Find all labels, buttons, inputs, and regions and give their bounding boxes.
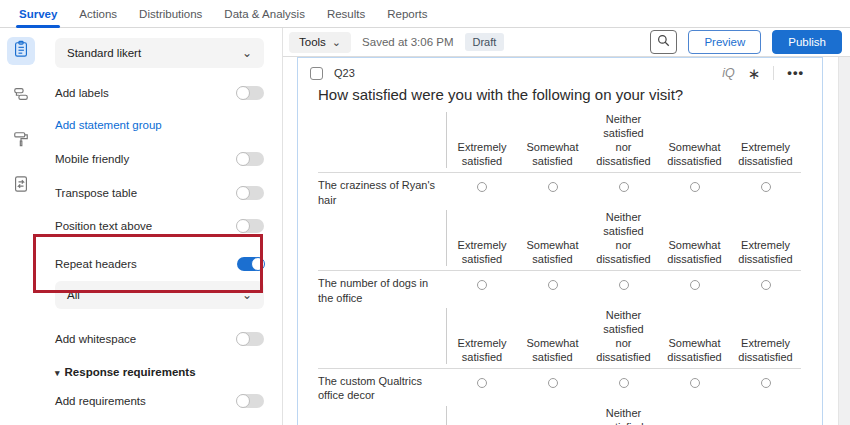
mobile-friendly-label: Mobile friendly xyxy=(55,153,129,165)
nav-tab-reports[interactable]: Reports xyxy=(376,0,438,28)
question-text[interactable]: How satisfied were you with the followin… xyxy=(318,86,810,103)
collapse-triangle-icon: ▾ xyxy=(55,368,60,378)
divider xyxy=(773,66,774,80)
survey-options-button[interactable] xyxy=(7,172,35,200)
scale-label: Somewhat satisfied xyxy=(517,238,588,266)
scale-label: Somewhat dissatisfied xyxy=(659,336,730,364)
radio-option[interactable] xyxy=(548,280,558,290)
repeat-headers-label: Repeat headers xyxy=(55,258,137,270)
scale-label: Neither satisfied nor dissatisfied xyxy=(588,308,659,364)
add-whitespace-toggle[interactable] xyxy=(237,332,264,346)
repeat-headers-select[interactable]: All ⌄ xyxy=(55,281,264,309)
nav-tab-survey[interactable]: Survey xyxy=(8,0,68,28)
scale-label: Extremely satisfied xyxy=(446,406,517,425)
question-type-value: Standard likert xyxy=(67,47,141,59)
add-statement-group-link[interactable]: Add statement group xyxy=(55,119,162,131)
radio-option[interactable] xyxy=(761,182,771,192)
scale-label: Somewhat satisfied xyxy=(517,336,588,364)
radio-option[interactable] xyxy=(548,182,558,192)
radio-option[interactable] xyxy=(619,182,629,192)
radio-option[interactable] xyxy=(477,280,487,290)
iq-icon[interactable]: iQ xyxy=(722,66,735,80)
survey-flow-button[interactable] xyxy=(7,82,35,110)
repeat-headers-toggle[interactable] xyxy=(237,257,264,271)
question-checkbox[interactable] xyxy=(310,67,323,80)
scale-label: Neither satisfied nor dissatisfied xyxy=(588,210,659,266)
saved-status: Saved at 3:06 PM xyxy=(362,36,453,48)
document-arrows-icon xyxy=(11,174,31,198)
editor-toolbar: Tools ⌄ Saved at 3:06 PM Draft Preview P… xyxy=(283,28,850,57)
chevron-down-icon: ⌄ xyxy=(242,289,252,301)
matrix-scale-header: Extremely satisfiedSomewhat satisfiedNei… xyxy=(318,308,801,369)
radio-option[interactable] xyxy=(477,378,487,388)
radio-option[interactable] xyxy=(548,378,558,388)
statement-label[interactable]: The craziness of Ryan's hair xyxy=(318,176,446,207)
add-requirements-toggle[interactable] xyxy=(237,394,264,408)
radio-option[interactable] xyxy=(690,182,700,192)
repeat-headers-value: All xyxy=(67,289,80,301)
editor-main: Tools ⌄ Saved at 3:06 PM Draft Preview P… xyxy=(283,28,850,425)
radio-option[interactable] xyxy=(690,378,700,388)
scale-label: Extremely dissatisfied xyxy=(730,140,801,168)
radio-option[interactable] xyxy=(619,378,629,388)
matrix-scale-header: Extremely satisfiedSomewhat satisfiedNei… xyxy=(318,210,801,271)
canvas-scroll-gutter xyxy=(838,57,850,425)
publish-button[interactable]: Publish xyxy=(772,30,842,54)
scale-label: Neither satisfied nor dissatisfied xyxy=(588,112,659,168)
scale-label: Extremely satisfied xyxy=(446,210,517,266)
matrix-table: Extremely satisfiedSomewhat satisfiedNei… xyxy=(318,112,801,425)
scale-label: Neither satisfied nor dissatisfied xyxy=(588,406,659,425)
question-id: Q23 xyxy=(334,67,355,79)
tools-label: Tools xyxy=(299,36,326,48)
transpose-table-label: Transpose table xyxy=(55,187,137,199)
mobile-friendly-toggle[interactable] xyxy=(237,152,264,166)
nav-tab-data-analysis[interactable]: Data & Analysis xyxy=(213,0,316,28)
question-options-panel: Standard likert ⌄ Add labels Add stateme… xyxy=(42,28,283,425)
nav-tab-distributions[interactable]: Distributions xyxy=(128,0,213,28)
look-and-feel-button[interactable] xyxy=(7,127,35,155)
tools-button[interactable]: Tools ⌄ xyxy=(289,32,351,53)
survey-canvas: Q23 iQ ∗ ••• How satisfied were you with… xyxy=(283,57,850,425)
nav-tab-actions[interactable]: Actions xyxy=(68,0,128,28)
chevron-down-icon: ⌄ xyxy=(242,47,252,59)
search-button[interactable] xyxy=(650,30,677,54)
top-nav: Survey Actions Distributions Data & Anal… xyxy=(0,0,850,28)
add-labels-toggle[interactable] xyxy=(237,86,264,100)
scale-label: Extremely dissatisfied xyxy=(730,336,801,364)
more-options-icon[interactable]: ••• xyxy=(787,70,804,77)
question-header: Q23 iQ ∗ ••• xyxy=(310,64,810,82)
matrix-row: The craziness of Ryan's hair xyxy=(318,173,801,210)
statement-label[interactable]: The number of dogs in the office xyxy=(318,274,446,305)
radio-option[interactable] xyxy=(761,378,771,388)
radio-option[interactable] xyxy=(761,280,771,290)
add-labels-label: Add labels xyxy=(55,87,109,99)
matrix-scale-header: Extremely satisfiedSomewhat satisfiedNei… xyxy=(318,112,801,173)
scale-label: Somewhat dissatisfied xyxy=(659,238,730,266)
preview-button[interactable]: Preview xyxy=(688,30,761,54)
star-asterisk-icon[interactable]: ∗ xyxy=(748,66,761,81)
left-icon-rail xyxy=(0,28,42,425)
survey-builder-button[interactable] xyxy=(7,37,35,65)
matrix-scale-header: Extremely satisfiedSomewhat satisfiedNei… xyxy=(318,406,801,425)
add-whitespace-label: Add whitespace xyxy=(55,333,136,345)
scale-label: Extremely satisfied xyxy=(446,308,517,364)
response-requirements-section[interactable]: ▾Response requirements xyxy=(55,366,264,378)
position-text-above-toggle[interactable] xyxy=(237,219,264,233)
response-requirements-label: Response requirements xyxy=(65,366,196,378)
nav-tab-results[interactable]: Results xyxy=(316,0,376,28)
statement-label[interactable]: The custom Qualtrics office decor xyxy=(318,372,446,403)
chevron-down-icon: ⌄ xyxy=(332,36,341,49)
transpose-table-toggle[interactable] xyxy=(237,186,264,200)
question-type-select[interactable]: Standard likert ⌄ xyxy=(55,38,264,68)
paint-roller-icon xyxy=(11,129,31,153)
radio-option[interactable] xyxy=(690,280,700,290)
scale-label: Extremely dissatisfied xyxy=(730,238,801,266)
matrix-row: The custom Qualtrics office decor xyxy=(318,369,801,406)
radio-option[interactable] xyxy=(477,182,487,192)
draft-badge: Draft xyxy=(465,33,505,51)
radio-option[interactable] xyxy=(619,280,629,290)
search-icon xyxy=(656,33,671,52)
question-card[interactable]: Q23 iQ ∗ ••• How satisfied were you with… xyxy=(297,57,823,425)
scale-label: Somewhat satisfied xyxy=(517,140,588,168)
matrix-row: The number of dogs in the office xyxy=(318,271,801,308)
